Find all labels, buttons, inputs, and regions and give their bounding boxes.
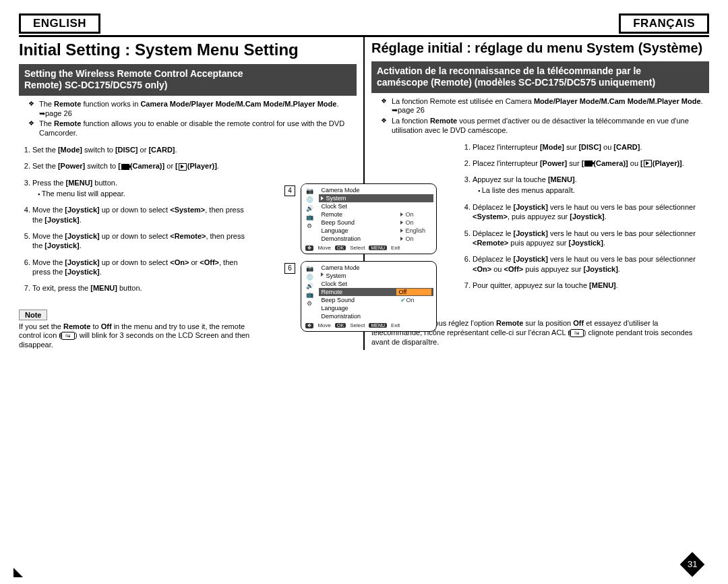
- disc-icon: 💿: [305, 196, 314, 204]
- note-label-en: Note: [19, 310, 47, 320]
- step-en-3: Press the [MENU] button. The menu list w…: [32, 178, 255, 199]
- figure-number-4: 4: [284, 185, 295, 196]
- ok-key-icon: OK: [335, 245, 346, 250]
- remote-icon: ⦀⊞: [570, 329, 584, 337]
- step-en-6: Move the [Joystick] up or down to select…: [32, 258, 255, 277]
- player-icon: [644, 160, 652, 167]
- step-en-3-sub: The menu list will appear.: [38, 189, 255, 199]
- lang-tab-english: ENGLISH: [19, 13, 100, 34]
- osd-lang-row: LanguageEnglish: [319, 227, 433, 235]
- mode-icon: 📷: [305, 187, 314, 195]
- osd-remote-row: RemoteOn: [319, 210, 433, 218]
- osd-clock-row: Clock Set: [319, 280, 433, 288]
- note-text-en: If you set the Remote to Off in the menu…: [19, 322, 255, 350]
- osd-system-row: System: [319, 194, 433, 202]
- page-number: 31: [680, 552, 705, 577]
- section-title-en: Initial Setting : System Menu Setting: [19, 37, 357, 64]
- blackbar-fr: Activation de la reconnaissance de la té…: [371, 61, 709, 93]
- osd-footer: ✥Move OKSelect MENUExit: [301, 243, 436, 254]
- mode-icon: 📷: [305, 265, 314, 272]
- display-icon: 📺: [305, 291, 314, 299]
- section-title-fr: Réglage initial : réglage du menu System…: [371, 37, 709, 61]
- step-en-5: Move the [Joystick] up or down to select…: [32, 231, 255, 251]
- step-en-7: To exit, press the [MENU] button.: [32, 283, 255, 293]
- osd-demo-row: Demonstration: [319, 312, 433, 320]
- osd-title: Camera Mode: [319, 264, 433, 272]
- step-fr-4: Déplacez le [Joystick] vers le haut ou v…: [473, 202, 709, 222]
- disc-icon: 💿: [305, 274, 314, 281]
- blackbar-fr-line2: caméscope (Remote) (modèles SC-DC175/DC5…: [377, 77, 655, 88]
- display-icon: 📺: [305, 214, 314, 221]
- steps-en: Set the [Mode] switch to [DISC] or [CARD…: [19, 145, 255, 293]
- osd-title: Camera Mode: [319, 186, 433, 194]
- step-en-4: Move the [Joystick] up or down to select…: [32, 205, 255, 225]
- step-fr-1: Placez l'interrupteur [Mode] sur [DISC] …: [473, 142, 709, 152]
- bullet-en-1: The Remote function works in Camera Mode…: [31, 100, 357, 119]
- bullets-en: The Remote function works in Camera Mode…: [19, 100, 357, 138]
- steps-fr: Placez l'interrupteur [Mode] sur [DISC] …: [459, 142, 709, 291]
- step-en-2: Set the [Power] switch to [(Camera)] or …: [32, 161, 255, 171]
- step-en-1: Set the [Mode] switch to [DISC] or [CARD…: [32, 145, 255, 154]
- blackbar-fr-line1: Activation de la reconnaissance de la té…: [377, 65, 641, 76]
- step-fr-2: Placez l'interrupteur [Power] sur [(Came…: [473, 158, 709, 168]
- osd-figures: 4 📷 💿 🔊 📺 ⚙ Camera Mode System Clock Set…: [284, 183, 439, 339]
- menu-key-icon: MENU: [369, 323, 387, 328]
- osd-demo-row: DemonstrationOn: [319, 235, 433, 243]
- move-key-icon: ✥: [305, 245, 313, 251]
- move-key-icon: ✥: [305, 323, 313, 328]
- osd-remote-row-selected: RemoteOff: [319, 288, 433, 296]
- system-icon: ⚙: [305, 223, 314, 230]
- bullet-en-2: The Remote function allows you to enable…: [31, 119, 357, 138]
- av-icon: 🔊: [305, 205, 314, 212]
- lang-tab-francais: FRANÇAIS: [619, 13, 709, 34]
- blackbar-en-line1: Setting the Wireless Remote Control Acce…: [24, 68, 243, 79]
- step-fr-3: Appuyez sur la touche [MENU]. La liste d…: [473, 175, 709, 196]
- osd-system-row: System: [319, 272, 433, 280]
- osd-clock-row: Clock Set: [319, 202, 433, 210]
- ok-key-icon: OK: [335, 323, 346, 328]
- av-icon: 🔊: [305, 283, 314, 290]
- osd-screen-6: 📷 💿 🔊 📺 ⚙ Camera Mode System Clock Set R…: [301, 261, 437, 332]
- system-icon: ⚙: [305, 300, 314, 308]
- osd-beep-row: Beep SoundOn: [319, 218, 433, 227]
- camera-icon: [121, 164, 129, 170]
- player-icon: [179, 163, 187, 171]
- osd-beep-row: Beep Sound✔On: [319, 296, 433, 304]
- bullet-fr-1: La fonction Remote est utilisée en Camer…: [384, 97, 709, 116]
- figure-number-6: 6: [284, 263, 295, 274]
- osd-screen-4: 📷 💿 🔊 📺 ⚙ Camera Mode System Clock Set R…: [301, 183, 437, 254]
- corner-decoration-icon: [13, 568, 23, 577]
- step-fr-5: Déplacez le [Joystick] vers le haut ou v…: [473, 229, 709, 248]
- step-fr-6: Déplacez le [Joystick] vers le haut ou v…: [473, 254, 709, 274]
- step-fr-3-sub: La liste des menus apparaît.: [478, 185, 709, 196]
- bullets-fr: La fonction Remote est utilisée en Camer…: [371, 97, 709, 136]
- menu-key-icon: MENU: [369, 245, 387, 250]
- step-fr-7: Pour quitter, appuyez sur la touche [MEN…: [473, 281, 709, 290]
- camera-icon: [584, 160, 593, 167]
- osd-footer: ✥Move OKSelect MENUExit: [301, 320, 436, 331]
- remote-icon: ⦀⊞: [61, 332, 75, 340]
- bullet-fr-2: La fonction Remote vous permet d'activer…: [384, 117, 709, 136]
- blackbar-en-line2: Remote) SC-DC175/DC575 only): [24, 80, 167, 90]
- blackbar-en: Setting the Wireless Remote Control Acce…: [19, 64, 357, 96]
- osd-lang-row: Language: [319, 304, 433, 312]
